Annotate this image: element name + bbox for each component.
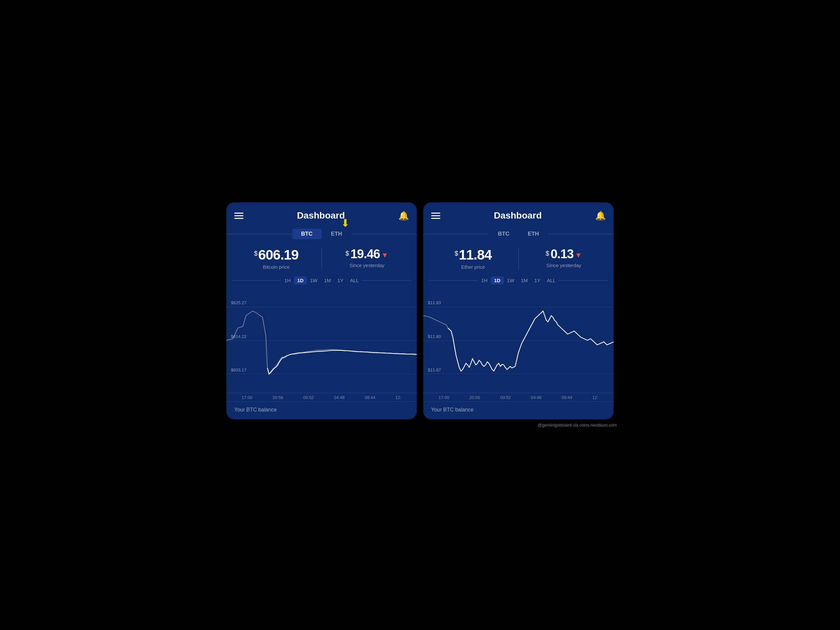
right-menu-icon[interactable] xyxy=(431,213,441,219)
right-price-divider xyxy=(518,247,519,270)
left-tab-btc[interactable]: BTC xyxy=(292,229,322,239)
left-filter-1d[interactable]: 1D xyxy=(294,276,307,284)
right-dollar-sign: $ xyxy=(455,250,458,257)
right-change-value: 0.13 xyxy=(551,247,573,261)
left-x-label-4: 08:44 xyxy=(365,395,376,400)
right-filter-1y[interactable]: 1Y xyxy=(531,276,543,284)
menu-icon[interactable] xyxy=(234,213,243,219)
right-footer: Your BTC balance xyxy=(423,401,614,419)
left-dollar-sign: $ xyxy=(254,250,257,257)
right-change-block: $ 0.13 ▼ Since yesterday xyxy=(522,247,606,270)
left-x-label-1: 20:56 xyxy=(272,395,283,400)
left-change-block: $ 19.46 ▼ Since yesterday xyxy=(325,247,409,270)
right-y-label-mid: $11.80 xyxy=(428,334,441,339)
left-x-axis: 17:00 20:56 00:52 04:48 08:44 12: xyxy=(226,393,417,401)
left-y-label-low: $603.17 xyxy=(231,368,246,373)
left-tab-bar: BTC ⬇ ETH xyxy=(226,226,417,240)
right-notification-icon[interactable]: 🔔 xyxy=(595,211,606,221)
right-phone-card: Dashboard 🔔 BTC ETH $ 11.84 Ether price xyxy=(423,202,614,419)
notification-icon[interactable]: 🔔 xyxy=(398,211,409,221)
left-x-label-3: 04:48 xyxy=(334,395,345,400)
left-change-value: 19.46 xyxy=(351,247,380,261)
right-filter-all[interactable]: ALL xyxy=(544,276,559,284)
left-chart-area: $625.27 $614.22 $603.17 xyxy=(226,288,417,393)
right-balance-text: Your BTC balance xyxy=(431,407,474,412)
right-x-label-0: 17:00 xyxy=(439,395,450,400)
left-x-label-5: 12: xyxy=(395,395,401,400)
left-phone-card: Dashboard 🔔 BTC ⬇ ETH $ 606.19 B xyxy=(226,202,417,419)
left-main-price-block: $ 606.19 Bitcoin price xyxy=(234,247,318,270)
attribution-text: @geminigoldsaint via coins.newbium.com xyxy=(223,419,617,428)
right-tab-btc[interactable]: BTC xyxy=(489,229,519,239)
right-main-price-block: $ 11.84 Ether price xyxy=(431,247,515,270)
left-time-filters: 1H 1D 1W 1M 1Y ALL xyxy=(226,273,417,288)
right-price-value: 11.84 xyxy=(459,247,491,263)
right-filter-1d[interactable]: 1D xyxy=(491,276,504,284)
left-x-label-0: 17:00 xyxy=(242,395,253,400)
left-filter-1w[interactable]: 1W xyxy=(307,276,321,284)
right-x-label-2: 00:52 xyxy=(500,395,511,400)
right-price-section: $ 11.84 Ether price $ 0.13 ▼ Since yeste… xyxy=(423,240,614,273)
left-filter-1h[interactable]: 1H xyxy=(281,276,294,284)
eth-arrow-indicator: ⬇ xyxy=(341,217,350,229)
right-header: Dashboard 🔔 xyxy=(423,202,614,226)
right-x-axis: 17:00 20:56 00:52 04:48 08:44 12: xyxy=(423,393,614,401)
left-change-label: Since yesterday xyxy=(325,262,409,268)
right-filter-1h[interactable]: 1H xyxy=(478,276,491,284)
right-change-label: Since yesterday xyxy=(522,262,606,268)
left-price-divider xyxy=(322,247,322,270)
right-tab-bar: BTC ETH xyxy=(423,226,614,240)
left-tab-eth[interactable]: ETH xyxy=(322,229,351,239)
right-x-label-1: 20:56 xyxy=(469,395,480,400)
right-x-label-4: 08:44 xyxy=(562,395,573,400)
right-tab-eth[interactable]: ETH xyxy=(518,229,548,239)
left-price-section: $ 606.19 Bitcoin price $ 19.46 ▼ Since y… xyxy=(226,240,417,273)
left-price-value: 606.19 xyxy=(258,247,298,263)
left-y-label-mid: $614.22 xyxy=(231,334,246,339)
right-x-label-5: 12: xyxy=(592,395,598,400)
right-change-arrow: ▼ xyxy=(575,251,582,259)
screenshots-container: Dashboard 🔔 BTC ⬇ ETH $ 606.19 B xyxy=(226,202,614,419)
right-x-label-3: 04:48 xyxy=(531,395,542,400)
right-y-label-low: $11.67 xyxy=(428,368,441,373)
right-chart-area: $11.93 $11.80 $11.67 xyxy=(423,288,614,393)
left-filter-1m[interactable]: 1M xyxy=(321,276,334,284)
right-dashboard-title: Dashboard xyxy=(494,210,542,221)
left-balance-text: Your BTC balance xyxy=(234,407,276,412)
left-header: Dashboard 🔔 xyxy=(226,202,417,226)
left-y-label-high: $625.27 xyxy=(231,300,246,305)
left-price-label: Bitcoin price xyxy=(234,264,318,270)
left-filter-1y[interactable]: 1Y xyxy=(334,276,346,284)
left-change-dollar: $ xyxy=(346,250,349,257)
right-price-label: Ether price xyxy=(431,264,515,270)
right-time-filters: 1H 1D 1W 1M 1Y ALL xyxy=(423,273,614,288)
left-footer: Your BTC balance xyxy=(226,401,417,419)
left-filter-all[interactable]: ALL xyxy=(347,276,362,284)
right-y-label-high: $11.93 xyxy=(428,300,441,305)
left-change-arrow: ▼ xyxy=(381,251,388,259)
right-filter-1m[interactable]: 1M xyxy=(518,276,531,284)
right-filter-1w[interactable]: 1W xyxy=(504,276,518,284)
right-change-dollar: $ xyxy=(546,250,549,257)
left-dashboard-title: Dashboard xyxy=(297,210,345,221)
left-x-label-2: 00:52 xyxy=(303,395,314,400)
